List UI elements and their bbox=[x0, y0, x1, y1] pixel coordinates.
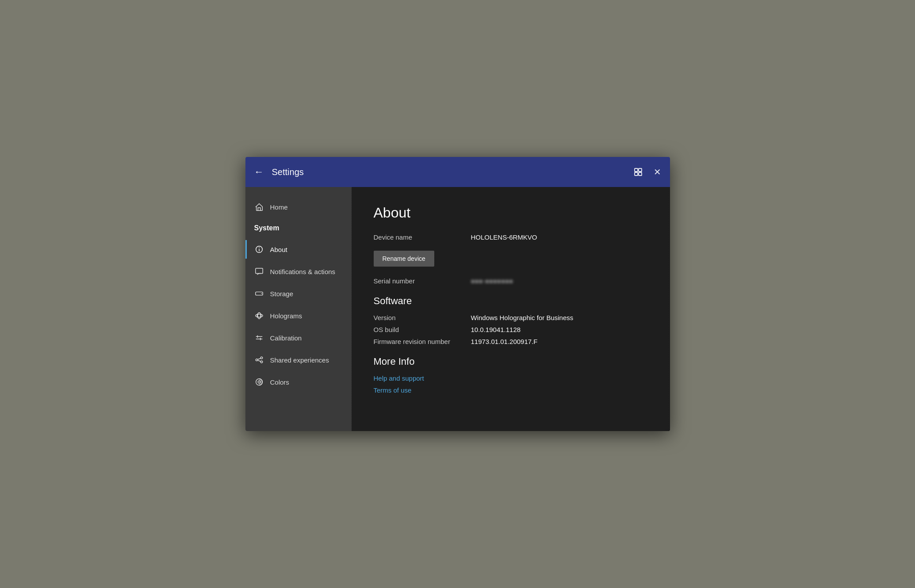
window-controls: ✕ bbox=[633, 167, 661, 177]
version-label: Version bbox=[374, 314, 471, 321]
sidebar-item-holograms[interactable]: Holograms bbox=[245, 305, 352, 327]
sidebar-item-label: Holograms bbox=[270, 312, 302, 320]
sidebar-item-label: Shared experiences bbox=[270, 356, 329, 364]
sidebar-item-label: About bbox=[270, 246, 287, 253]
sidebar-item-calibration[interactable]: Calibration bbox=[245, 327, 352, 349]
sidebar-item-about[interactable]: About bbox=[245, 238, 352, 260]
os-build-row: OS build 10.0.19041.1128 bbox=[374, 326, 648, 333]
sidebar-item-label: Home bbox=[270, 203, 288, 211]
help-and-support-link[interactable]: Help and support bbox=[374, 374, 648, 382]
firmware-row: Firmware revision number 11973.01.01.200… bbox=[374, 338, 648, 345]
more-info-section-title: More Info bbox=[374, 356, 648, 367]
software-section-title: Software bbox=[374, 295, 648, 307]
device-name-label: Device name bbox=[374, 233, 471, 241]
firmware-value: 11973.01.01.200917.F bbox=[471, 338, 538, 345]
sidebar-item-shared[interactable]: Shared experiences bbox=[245, 349, 352, 371]
home-icon bbox=[254, 202, 264, 212]
storage-icon bbox=[254, 289, 264, 298]
sidebar-item-label: Colors bbox=[270, 378, 289, 386]
sidebar-section-system: System bbox=[245, 218, 352, 238]
version-row: Version Windows Holographic for Business bbox=[374, 314, 648, 321]
back-button[interactable]: ← bbox=[254, 166, 264, 178]
svg-rect-3 bbox=[639, 172, 642, 176]
firmware-label: Firmware revision number bbox=[374, 338, 471, 345]
svg-line-19 bbox=[257, 358, 260, 359]
svg-rect-2 bbox=[635, 172, 638, 176]
svg-point-17 bbox=[260, 357, 263, 359]
svg-point-6 bbox=[259, 247, 260, 248]
svg-point-16 bbox=[256, 359, 258, 361]
serial-number-value: ●●●-●●●●●●● bbox=[471, 277, 513, 285]
chat-icon bbox=[254, 267, 264, 276]
sidebar-item-home[interactable]: Home bbox=[245, 196, 352, 218]
system-label: System bbox=[254, 224, 279, 232]
shared-icon bbox=[254, 355, 264, 365]
svg-rect-0 bbox=[635, 168, 638, 172]
svg-point-10 bbox=[257, 314, 260, 317]
main-content: About Device name HOLOLENS-6RMKVO Rename… bbox=[352, 187, 670, 431]
close-button[interactable]: ✕ bbox=[654, 167, 661, 177]
serial-number-label: Serial number bbox=[374, 277, 471, 285]
window-title: Settings bbox=[272, 167, 633, 177]
svg-rect-1 bbox=[639, 168, 642, 172]
serial-number-row: Serial number ●●●-●●●●●●● bbox=[374, 277, 648, 285]
os-build-value: 10.0.19041.1128 bbox=[471, 326, 521, 333]
info-circle-icon bbox=[254, 244, 264, 254]
svg-point-18 bbox=[260, 361, 263, 363]
content-area: Home System About Notifications & action… bbox=[245, 187, 670, 431]
sidebar-item-notifications[interactable]: Notifications & actions bbox=[245, 260, 352, 283]
calibration-icon bbox=[254, 333, 264, 343]
svg-rect-7 bbox=[255, 268, 262, 274]
settings-window: ← Settings ✕ Home bbox=[245, 157, 670, 431]
colors-icon bbox=[254, 377, 264, 387]
sidebar-item-label: Storage bbox=[270, 290, 294, 298]
sidebar-item-label: Notifications & actions bbox=[270, 268, 336, 275]
sidebar: Home System About Notifications & action… bbox=[245, 187, 352, 431]
svg-point-11 bbox=[255, 314, 262, 317]
svg-line-20 bbox=[257, 360, 260, 362]
sidebar-item-storage[interactable]: Storage bbox=[245, 283, 352, 305]
page-title: About bbox=[374, 205, 648, 221]
os-build-label: OS build bbox=[374, 326, 471, 333]
device-name-row: Device name HOLOLENS-6RMKVO bbox=[374, 233, 648, 241]
terms-of-use-link[interactable]: Terms of use bbox=[374, 386, 648, 394]
snap-button[interactable] bbox=[633, 167, 643, 177]
device-name-value: HOLOLENS-6RMKVO bbox=[471, 233, 537, 241]
sidebar-item-label: Calibration bbox=[270, 334, 302, 342]
version-value: Windows Holographic for Business bbox=[471, 314, 574, 321]
titlebar: ← Settings ✕ bbox=[245, 157, 670, 187]
sidebar-item-colors[interactable]: Colors bbox=[245, 371, 352, 393]
holograms-icon bbox=[254, 311, 264, 321]
rename-device-button[interactable]: Rename device bbox=[374, 251, 434, 267]
